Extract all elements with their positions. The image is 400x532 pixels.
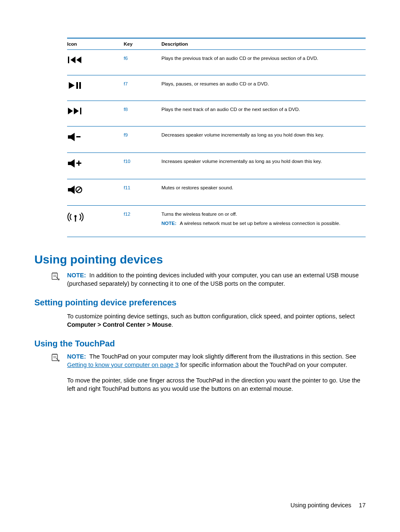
next-track-icon xyxy=(67,101,124,127)
key-f11[interactable]: f11 xyxy=(124,185,130,190)
note-icon xyxy=(51,272,60,283)
volume-up-icon xyxy=(67,153,124,179)
key-f7[interactable]: f7 xyxy=(124,81,128,86)
description-cell: Mutes or restores speaker sound. xyxy=(161,179,366,206)
table-row: f6 Plays the previous track of an audio … xyxy=(67,50,366,75)
previous-track-icon xyxy=(67,50,124,75)
table-row: f7 Plays, pauses, or resumes an audio CD… xyxy=(67,75,366,101)
svg-marker-7 xyxy=(74,108,79,114)
svg-rect-5 xyxy=(79,82,81,89)
svg-rect-9 xyxy=(68,135,71,139)
footer-title: Using pointing devices xyxy=(291,502,351,509)
description-cell: Plays, pauses, or resumes an audio CD or… xyxy=(161,75,366,101)
mute-icon xyxy=(67,179,124,206)
play-pause-icon xyxy=(67,75,124,101)
svg-marker-13 xyxy=(71,159,75,168)
page-number: 17 xyxy=(359,502,366,509)
paragraph-touchpad-usage: To move the pointer, slide one finger ac… xyxy=(67,377,366,393)
para-text-b: . xyxy=(171,321,173,328)
description-cell: Decreases speaker volume incrementally a… xyxy=(161,127,366,153)
note-text: In addition to the pointing devices incl… xyxy=(67,272,359,287)
header-key: Key xyxy=(124,38,161,50)
note-text: A wireless network must be set up before… xyxy=(180,221,340,226)
svg-rect-12 xyxy=(68,162,71,165)
key-f9[interactable]: f9 xyxy=(124,132,128,137)
note-text-post: for specific information about the Touch… xyxy=(179,362,347,368)
menu-path: Computer > Control Center > Mouse xyxy=(67,321,171,328)
key-f8[interactable]: f8 xyxy=(124,107,128,112)
table-row: f8 Plays the next track of an audio CD o… xyxy=(67,101,366,127)
svg-rect-15 xyxy=(78,161,80,166)
volume-down-icon xyxy=(67,127,124,153)
note-label: NOTE: xyxy=(67,272,86,279)
table-header-row: Icon Key Description xyxy=(67,38,366,50)
description-cell: Plays the previous track of an audio CD … xyxy=(161,50,366,75)
heading-using-the-touchpad: Using the TouchPad xyxy=(34,339,366,349)
table-row: f9 Decreases speaker volume incrementall… xyxy=(67,127,366,153)
svg-marker-2 xyxy=(76,57,81,63)
key-f12[interactable]: f12 xyxy=(124,212,130,217)
svg-line-19 xyxy=(77,188,81,192)
svg-marker-1 xyxy=(70,57,75,63)
svg-rect-8 xyxy=(80,108,81,114)
svg-rect-16 xyxy=(68,188,71,191)
link-getting-to-know[interactable]: Getting to know your computer on page 3 xyxy=(67,362,179,368)
description-text: Turns the wireless feature on or off. xyxy=(161,212,237,217)
svg-marker-3 xyxy=(69,82,75,89)
heading-using-pointing-devices: Using pointing devices xyxy=(34,253,366,266)
note-touchpad: NOTE:The TouchPad on your computer may l… xyxy=(51,353,366,369)
description-cell: Increases speaker volume incrementally a… xyxy=(161,153,366,179)
document-page: Icon Key Description f6 Plays the previo… xyxy=(0,0,400,532)
header-icon: Icon xyxy=(67,38,124,50)
table-row: f11 Mutes or restores speaker sound. xyxy=(67,179,366,206)
wireless-note: NOTE:A wireless network must be set up b… xyxy=(161,221,364,226)
note-label: NOTE: xyxy=(161,221,177,226)
key-f6[interactable]: f6 xyxy=(124,56,128,61)
wireless-icon xyxy=(67,206,124,237)
key-f10[interactable]: f10 xyxy=(124,159,130,164)
note-icon xyxy=(51,353,60,364)
svg-marker-6 xyxy=(68,108,73,114)
heading-setting-pointing-device-preferences: Setting pointing device preferences xyxy=(34,298,366,307)
table-row: f12 Turns the wireless feature on or off… xyxy=(67,206,366,237)
action-keys-table: Icon Key Description f6 Plays the previo… xyxy=(67,38,366,237)
description-cell: Turns the wireless feature on or off. NO… xyxy=(161,206,366,237)
svg-rect-21 xyxy=(75,217,76,222)
note-pointing-devices: NOTE:In addition to the pointing devices… xyxy=(51,271,366,288)
svg-marker-10 xyxy=(71,133,75,141)
svg-rect-0 xyxy=(68,57,69,63)
description-cell: Plays the next track of an audio CD or t… xyxy=(161,101,366,127)
note-text-pre: The TouchPad on your computer may look s… xyxy=(89,353,356,360)
page-footer: Using pointing devices 17 xyxy=(291,502,366,509)
svg-rect-4 xyxy=(76,82,78,89)
svg-marker-17 xyxy=(71,186,75,194)
svg-rect-11 xyxy=(76,136,81,137)
header-description: Description xyxy=(161,38,366,50)
table-row: f10 Increases speaker volume incremental… xyxy=(67,153,366,179)
note-label: NOTE: xyxy=(67,353,86,360)
para-text-a: To customize pointing device settings, s… xyxy=(67,313,355,320)
paragraph-preferences: To customize pointing device settings, s… xyxy=(67,312,366,329)
